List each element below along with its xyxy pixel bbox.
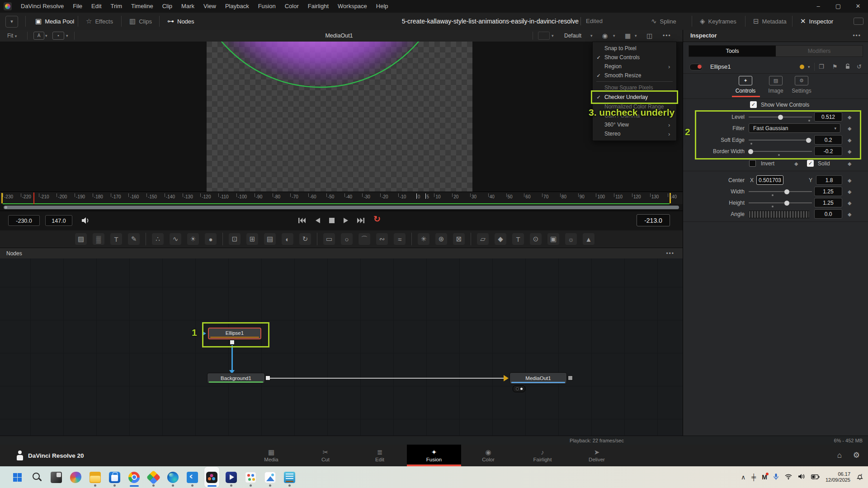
rectangle-mask-icon[interactable]: ▭	[323, 233, 335, 245]
menubar-item-playback[interactable]: Playback	[221, 0, 254, 13]
page-tab-color[interactable]: ◉Color	[461, 445, 515, 466]
background-icon[interactable]: ▨	[75, 233, 87, 245]
mediaout1-input-triangle[interactable]	[504, 375, 509, 381]
tray-volume-icon[interactable]	[798, 474, 805, 481]
menubar-item-trim[interactable]: Trim	[106, 0, 127, 13]
taskbar-chrome-icon[interactable]	[127, 467, 142, 488]
page-tab-fusion[interactable]: ✦Fusion	[407, 445, 461, 466]
brightness-contrast-icon[interactable]: ☀	[187, 233, 199, 245]
chevron-down-icon[interactable]: ▾	[66, 30, 68, 42]
solid-checkbox[interactable]: ✓	[807, 160, 814, 167]
chevron-down-icon[interactable]: ▾	[552, 30, 554, 42]
app-logo-icon[interactable]	[4, 2, 12, 10]
taskbar-vscode-icon[interactable]	[185, 467, 200, 488]
home-icon[interactable]: ⌂	[837, 445, 842, 466]
page-tab-cut[interactable]: ✂Cut	[298, 445, 353, 466]
node-background1[interactable]: Background1	[207, 373, 265, 384]
nodes-button[interactable]: ⊶Nodes	[167, 13, 194, 30]
lock-icon[interactable]	[845, 63, 850, 71]
menubar-item-fairlight[interactable]: Fairlight	[303, 0, 333, 13]
image-plane-3d-icon[interactable]: ▱	[477, 233, 489, 245]
paint-icon[interactable]: ✎	[128, 233, 140, 245]
taskbar-snip-icon[interactable]	[49, 467, 64, 488]
taskbar-video-icon[interactable]	[224, 467, 239, 488]
taskbar-drive-icon[interactable]	[146, 467, 161, 488]
invert-checkbox[interactable]	[749, 160, 756, 167]
clips-button[interactable]: ▥Clips	[129, 13, 152, 30]
context-menu-item-stereo[interactable]: Stereo›	[593, 129, 676, 138]
menubar-item-view[interactable]: View	[199, 0, 221, 13]
menubar-item-help[interactable]: Help	[372, 0, 393, 13]
grid-icon[interactable]: ▦	[625, 30, 631, 42]
layout-panel-icon[interactable]	[854, 18, 863, 25]
spot-light-3d-icon[interactable]: ☼	[565, 233, 577, 245]
width-value-field[interactable]: 1.25	[814, 187, 842, 196]
node-mediaout1[interactable]: MediaOut1	[509, 372, 567, 384]
metadata-button[interactable]: ⊟Metadata	[753, 13, 787, 30]
play-reverse-button[interactable]	[312, 216, 323, 225]
pin-icon[interactable]: ⚑	[832, 61, 838, 73]
taskbar-paint-icon[interactable]	[243, 467, 258, 488]
node-tile-color-dot[interactable]	[800, 65, 804, 69]
node-graph[interactable]: 1 Ellipse1 Background1 MediaOut1	[0, 258, 683, 436]
keyframes-button[interactable]: ◈Keyframes	[700, 13, 736, 30]
delta-keyer-icon[interactable]: ◐	[282, 233, 293, 245]
menubar-item-fusion[interactable]: Fusion	[254, 0, 280, 13]
context-menu-item-snap-to-pixel[interactable]: Snap to Pixel	[593, 44, 676, 53]
taskbar-edge-icon[interactable]	[165, 467, 180, 488]
project-settings-gear-icon[interactable]: ⚙	[853, 445, 860, 466]
scrollbar-handle[interactable]	[5, 206, 7, 209]
node-enable-toggle[interactable]	[689, 64, 703, 70]
keyframe-icon[interactable]: ◆	[848, 198, 851, 208]
taskbar-clock[interactable]: 06.17 12/09/2025	[826, 471, 850, 483]
p-render-icon[interactable]: ⊠	[453, 233, 465, 245]
ellipse-mask-icon[interactable]: ○	[341, 233, 353, 245]
render-in-field[interactable]: -230.0	[8, 215, 40, 226]
bspline-mask-icon[interactable]: ∾	[376, 233, 388, 245]
dual-viewer-icon[interactable]: ◫	[646, 30, 652, 42]
tray-chevron-icon[interactable]: ∧	[741, 474, 745, 481]
taskbar-explorer-icon[interactable]	[88, 467, 103, 488]
angle-value-field[interactable]: 0.0	[814, 209, 842, 219]
effects-button[interactable]: ☆Effects	[86, 13, 113, 30]
play-button[interactable]	[341, 216, 352, 225]
keyframe-icon[interactable]: ◆	[848, 209, 851, 219]
context-menu-item-show-controls[interactable]: ✓Show Controls	[593, 53, 676, 62]
subtab-controls[interactable]: ✦ Controls	[732, 76, 759, 94]
keyframe-icon[interactable]: ◆	[848, 159, 851, 169]
color-curves-icon[interactable]: ∿	[170, 233, 181, 245]
maximize-button[interactable]: ▢	[828, 0, 848, 13]
dissolve-icon[interactable]: ⊞	[246, 233, 258, 245]
polygon-mask-icon[interactable]: ⌒	[359, 233, 370, 245]
viewer-preset-dropdown[interactable]: Default	[564, 30, 581, 42]
keyframe-icon[interactable]: ◆	[848, 187, 851, 197]
mediaout1-output-square[interactable]	[568, 375, 573, 380]
context-menu-item-checker-underlay[interactable]: ✓Checker Underlay	[593, 92, 676, 102]
rgb-view-toggle[interactable]: ▪	[52, 32, 64, 40]
show-view-controls-checkbox[interactable]: ✓	[750, 101, 757, 108]
subtab-settings[interactable]: ⚙ Settings	[788, 76, 815, 94]
taskbar-start-icon[interactable]	[10, 467, 25, 488]
zoom-fit-dropdown[interactable]: Fit ▾	[7, 30, 17, 42]
close-button[interactable]: ✕	[848, 0, 868, 13]
menubar-item-mark[interactable]: Mark	[177, 0, 199, 13]
render-out-field[interactable]: 147.0	[45, 215, 72, 226]
go-to-first-frame-button[interactable]	[297, 216, 307, 225]
width-slider[interactable]	[749, 191, 812, 192]
audio-mute-button[interactable]	[80, 216, 92, 225]
center-x-field[interactable]: 0.501703	[756, 175, 783, 185]
roi-icon[interactable]	[538, 32, 550, 40]
notification-bell-icon[interactable]: z	[856, 473, 863, 482]
renderer-3d-icon[interactable]: ▲	[583, 233, 594, 245]
context-menu-item-region[interactable]: Region›	[593, 62, 676, 71]
overlay-toggle[interactable]: A	[33, 32, 44, 40]
menubar-item-davinci-resolve[interactable]: DaVinci Resolve	[16, 0, 68, 13]
spline-shape-icon[interactable]: ≈	[394, 233, 406, 245]
color-corrector-icon[interactable]: ∴	[152, 233, 164, 245]
p-turbulence-icon[interactable]: ⊛	[435, 233, 447, 245]
timeline-ruler[interactable]: -230-220-210-200-190-180-170-160-150-140…	[0, 192, 683, 205]
taskbar-store-icon[interactable]	[107, 467, 122, 488]
taskbar-photos-icon[interactable]	[263, 467, 278, 488]
menubar-item-clip[interactable]: Clip	[158, 0, 177, 13]
center-y-field[interactable]: 1.8	[816, 175, 842, 185]
